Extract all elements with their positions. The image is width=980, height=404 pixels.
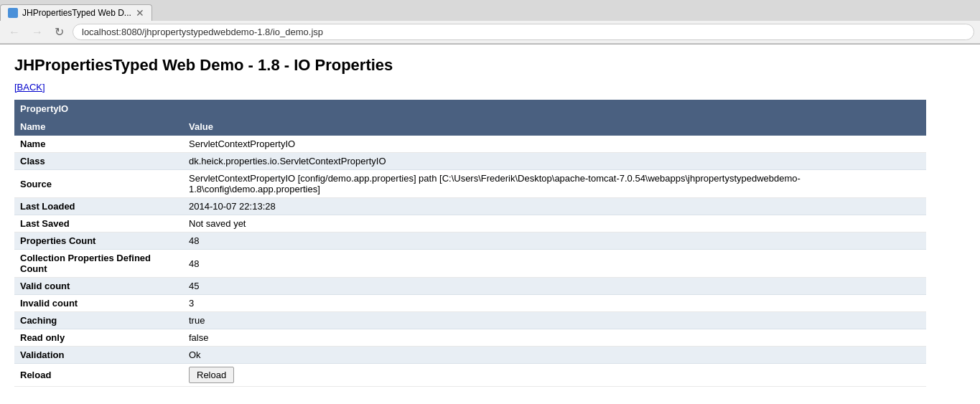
row-value: 2014-10-07 22:13:28 bbox=[183, 198, 926, 215]
table-row: ReloadReload bbox=[14, 364, 926, 387]
table-row: Valid count45 bbox=[14, 278, 926, 295]
row-name: Last Saved bbox=[14, 215, 183, 232]
row-name: Source bbox=[14, 170, 183, 198]
row-value: Not saved yet bbox=[183, 215, 926, 232]
browser-tab[interactable]: JHPropertiesTyped Web D... ✕ bbox=[0, 4, 152, 21]
row-name: Properties Count bbox=[14, 232, 183, 250]
row-value: Ok bbox=[183, 347, 926, 364]
row-value: true bbox=[183, 312, 926, 329]
table-row: Last SavedNot saved yet bbox=[14, 215, 926, 232]
row-value: ServletContextPropertyIO bbox=[183, 136, 926, 153]
col-header-name: Name bbox=[14, 118, 183, 136]
back-link[interactable]: [BACK] bbox=[14, 82, 45, 93]
page-content: JHPropertiesTyped Web Demo - 1.8 - IO Pr… bbox=[0, 44, 980, 398]
url-input[interactable] bbox=[73, 24, 974, 40]
tab-favicon bbox=[8, 8, 18, 18]
reload-button[interactable]: Reload bbox=[189, 367, 234, 383]
tab-bar: JHPropertiesTyped Web D... ✕ bbox=[0, 0, 980, 21]
table-row: ValidationOk bbox=[14, 347, 926, 364]
reload-browser-button[interactable]: ↻ bbox=[52, 24, 67, 40]
row-name: Last Loaded bbox=[14, 198, 183, 215]
property-table: PropertyIONameValueNameServletContextPro… bbox=[14, 100, 926, 387]
table-row: NameServletContextPropertyIO bbox=[14, 136, 926, 153]
row-value: 48 bbox=[183, 232, 926, 250]
col-header-value: Value bbox=[183, 118, 926, 136]
forward-button[interactable]: → bbox=[29, 24, 46, 40]
row-value: false bbox=[183, 329, 926, 347]
table-row: Read onlyfalse bbox=[14, 329, 926, 347]
row-value: dk.heick.properties.io.ServletContextPro… bbox=[183, 153, 926, 170]
row-name: Valid count bbox=[14, 278, 183, 295]
table-row: Classdk.heick.properties.io.ServletConte… bbox=[14, 153, 926, 170]
row-value: 45 bbox=[183, 278, 926, 295]
row-name: Collection Properties Defined Count bbox=[14, 250, 183, 278]
address-bar: ← → ↻ bbox=[0, 21, 980, 44]
table-section-header: PropertyIO bbox=[14, 100, 926, 118]
tab-close-icon[interactable]: ✕ bbox=[136, 8, 144, 18]
row-value: Reload bbox=[183, 364, 926, 387]
row-value: ServletContextPropertyIO [config/demo.ap… bbox=[183, 170, 926, 198]
table-row: SourceServletContextPropertyIO [config/d… bbox=[14, 170, 926, 198]
section-header-label: PropertyIO bbox=[14, 100, 926, 118]
table-row: Cachingtrue bbox=[14, 312, 926, 329]
row-name: Read only bbox=[14, 329, 183, 347]
row-name: Reload bbox=[14, 364, 183, 387]
row-name: Invalid count bbox=[14, 295, 183, 312]
column-header-row: NameValue bbox=[14, 118, 926, 136]
table-row: Properties Count48 bbox=[14, 232, 926, 250]
row-value: 3 bbox=[183, 295, 926, 312]
row-value: 48 bbox=[183, 250, 926, 278]
row-name: Validation bbox=[14, 347, 183, 364]
row-name: Caching bbox=[14, 312, 183, 329]
table-row: Collection Properties Defined Count48 bbox=[14, 250, 926, 278]
row-name: Name bbox=[14, 136, 183, 153]
tab-title: JHPropertiesTyped Web D... bbox=[22, 8, 131, 18]
table-row: Invalid count3 bbox=[14, 295, 926, 312]
row-name: Class bbox=[14, 153, 183, 170]
table-row: Last Loaded2014-10-07 22:13:28 bbox=[14, 198, 926, 215]
browser-chrome: JHPropertiesTyped Web D... ✕ ← → ↻ bbox=[0, 0, 980, 44]
back-button[interactable]: ← bbox=[6, 24, 23, 40]
page-title: JHPropertiesTyped Web Demo - 1.8 - IO Pr… bbox=[14, 56, 966, 75]
